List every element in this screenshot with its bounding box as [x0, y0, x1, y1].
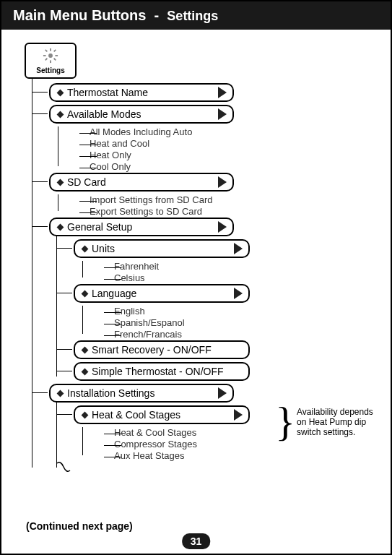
- label: Smart Recovery - ON/OFF: [92, 344, 212, 356]
- list-item: Heat and Cool: [79, 138, 382, 150]
- label: Units: [92, 243, 115, 254]
- page-header: Main Menu Buttons - Settings: [1, 1, 391, 30]
- list-item: Aux Heat Stages: [104, 450, 382, 462]
- svg-rect-6: [53, 58, 56, 61]
- svg-point-0: [48, 53, 53, 58]
- label: Language: [92, 288, 136, 299]
- label: Thermostat Name: [67, 87, 148, 98]
- bullet-icon: [82, 245, 89, 252]
- list-item: French/Francais: [104, 329, 382, 340]
- continuation-squiggle-icon: [52, 462, 382, 472]
- sd-card-button[interactable]: SD Card: [49, 173, 234, 192]
- list-item: English: [104, 306, 382, 317]
- svg-rect-4: [55, 55, 58, 56]
- note-text: Availability depends on Heat Pump dip sw…: [297, 407, 376, 438]
- label: Installation Settings: [67, 387, 154, 399]
- chevron-right-icon: [218, 176, 227, 188]
- header-title: Main Menu Buttons: [13, 7, 146, 23]
- label: Heat & Cool Stages: [92, 409, 180, 421]
- chevron-right-icon: [218, 221, 227, 233]
- list-item: All Modes Including Auto: [79, 126, 382, 138]
- svg-rect-8: [45, 58, 48, 61]
- smart-recovery-button[interactable]: Smart Recovery - ON/OFF: [74, 340, 250, 359]
- bullet-icon: [82, 368, 89, 375]
- brace-icon: }: [275, 405, 295, 439]
- svg-rect-1: [50, 48, 51, 51]
- units-sublist: Fahrenheit Celsius: [82, 261, 382, 284]
- list-item: Compressor Stages: [104, 439, 382, 450]
- list-item: Cool Only: [79, 161, 382, 173]
- bullet-icon: [82, 411, 89, 418]
- list-item: Import Settings from SD Card: [79, 194, 382, 206]
- page-number-badge: 31: [182, 533, 211, 549]
- svg-rect-3: [43, 55, 46, 56]
- header-sep: -: [154, 7, 160, 23]
- settings-root-label: Settings: [36, 66, 64, 74]
- chevron-right-icon: [234, 243, 243, 254]
- bullet-icon: [57, 89, 64, 96]
- label: SD Card: [67, 176, 106, 188]
- language-sublist: English Spanish/Espanol French/Francais: [82, 306, 382, 340]
- thermostat-name-button[interactable]: Thermostat Name: [49, 83, 234, 102]
- bullet-icon: [82, 346, 89, 353]
- svg-rect-5: [45, 49, 48, 52]
- svg-rect-7: [53, 49, 56, 52]
- available-modes-button[interactable]: Available Modes: [49, 105, 234, 124]
- list-item: Export Settings to SD Card: [79, 206, 382, 218]
- label: Simple Thermostat - ON/OFF: [92, 366, 224, 377]
- label: General Setup: [67, 221, 132, 233]
- svg-rect-2: [50, 60, 51, 63]
- chevron-right-icon: [218, 387, 227, 399]
- installation-settings-button[interactable]: Installation Settings: [49, 384, 234, 403]
- bullet-icon: [57, 390, 64, 397]
- bullet-icon: [82, 290, 89, 297]
- bullet-icon: [57, 111, 64, 118]
- gear-icon: [43, 48, 58, 66]
- chevron-right-icon: [218, 108, 227, 120]
- continued-label: (Continued next page): [26, 520, 133, 532]
- settings-root-button[interactable]: Settings: [25, 43, 77, 79]
- units-button[interactable]: Units: [74, 239, 250, 258]
- list-item: Celsius: [104, 272, 382, 284]
- label: Available Modes: [67, 108, 141, 120]
- general-setup-button[interactable]: General Setup: [49, 218, 234, 236]
- bullet-icon: [57, 223, 64, 231]
- sd-card-sublist: Import Settings from SD Card Export Sett…: [58, 194, 382, 218]
- chevron-right-icon: [234, 409, 243, 421]
- availability-note: } Availability depends on Heat Pump dip …: [275, 405, 376, 439]
- available-modes-sublist: All Modes Including Auto Heat and Cool H…: [58, 126, 382, 173]
- heat-cool-stages-button[interactable]: Heat & Cool Stages: [74, 405, 250, 424]
- header-subtitle: Settings: [167, 9, 218, 23]
- list-item: Fahrenheit: [104, 261, 382, 272]
- simple-thermostat-button[interactable]: Simple Thermostat - ON/OFF: [74, 362, 250, 381]
- list-item: Heat Only: [79, 150, 382, 161]
- bullet-icon: [57, 178, 64, 186]
- list-item: Spanish/Espanol: [104, 317, 382, 329]
- chevron-right-icon: [218, 87, 227, 98]
- chevron-right-icon: [234, 288, 243, 299]
- language-button[interactable]: Language: [74, 284, 250, 303]
